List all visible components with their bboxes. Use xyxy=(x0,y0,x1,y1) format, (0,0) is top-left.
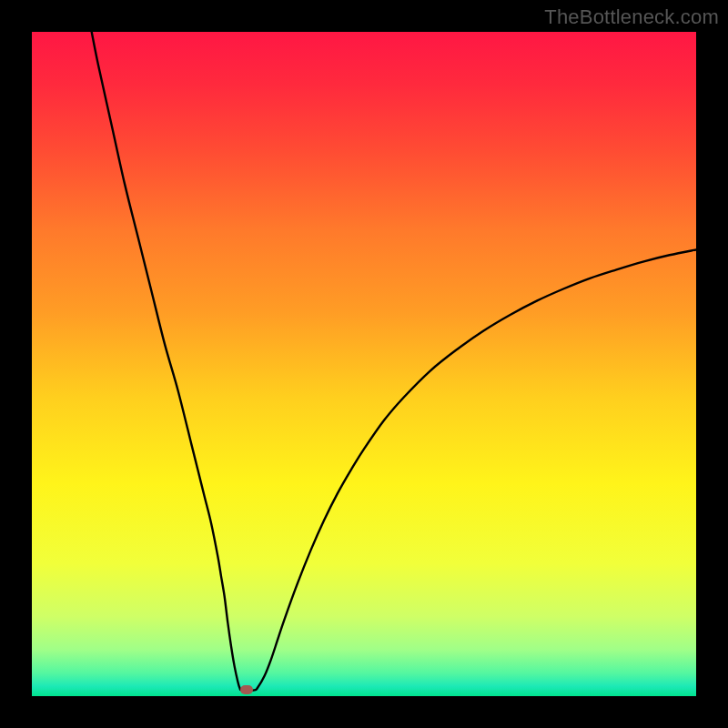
plot-area xyxy=(32,32,696,696)
chart-frame: TheBottleneck.com xyxy=(0,0,728,728)
watermark-text: TheBottleneck.com xyxy=(544,5,719,29)
chart-svg xyxy=(32,32,696,696)
optimal-point-marker xyxy=(240,685,253,694)
gradient-bg xyxy=(32,32,696,696)
